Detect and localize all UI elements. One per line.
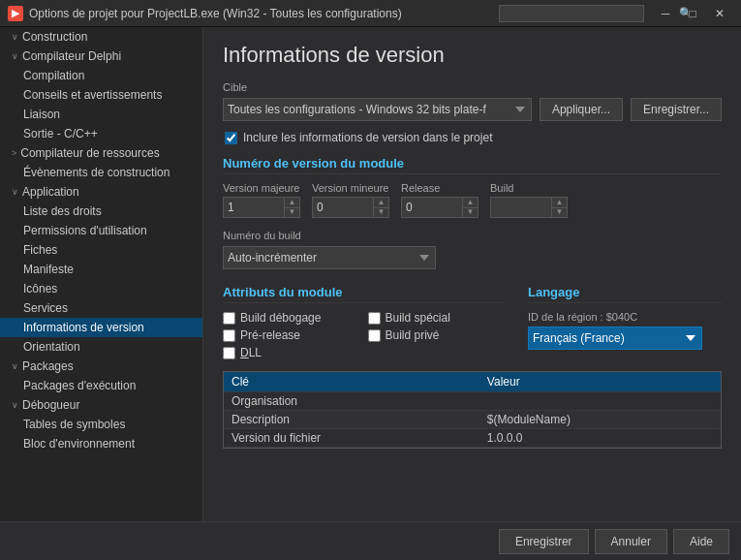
sidebar-item-liaison[interactable]: Liaison	[0, 105, 202, 124]
sidebar-item-debogueur[interactable]: ∨Débogueur	[0, 395, 202, 415]
attributs-checkboxes: Build débogageBuild spécialPré-releaseBu…	[223, 311, 505, 342]
aide-button[interactable]: Aide	[673, 529, 729, 554]
appliquer-button[interactable]: Appliquer...	[540, 98, 623, 121]
version-field-mineure: Version mineure▲▼	[312, 182, 389, 218]
table-row[interactable]: Organisation	[224, 392, 721, 411]
sidebar-item-services[interactable]: Services	[0, 298, 202, 318]
sidebar-item-compilateur-delphi[interactable]: ∨Compilateur Delphi	[0, 47, 202, 66]
sidebar-item-tables-symboles[interactable]: Tables de symboles	[0, 415, 202, 434]
spin-up-majeure[interactable]: ▲	[285, 198, 299, 208]
arrow-icon-debogueur: ∨	[12, 400, 18, 410]
arrow-icon-application: ∨	[12, 187, 18, 197]
version-input-majeure[interactable]	[224, 198, 284, 217]
sidebar-label-informations-version: Informations de version	[23, 321, 144, 334]
version-field-build: Build▲▼	[490, 182, 568, 218]
table-row[interactable]: Version du fichier1.0.0.0	[224, 429, 721, 448]
sidebar-label-tables-symboles: Tables de symboles	[23, 418, 125, 431]
dll-row: DLL	[223, 346, 505, 359]
close-button[interactable]: ✕	[706, 0, 733, 27]
version-input-build[interactable]	[491, 198, 551, 217]
sidebar-label-compilation: Compilation	[23, 69, 84, 82]
app-icon: ▶	[8, 6, 23, 21]
content-area: Informations de version Cible Toutes les…	[203, 27, 741, 521]
sidebar-label-sortie: Sortie - C/C++	[23, 127, 98, 140]
arrow-icon-construction: ∨	[12, 32, 18, 42]
attr-checkbox-prerelease[interactable]	[223, 329, 235, 342]
spin-up-build[interactable]: ▲	[552, 198, 567, 208]
sidebar-label-packages: Packages	[22, 359, 74, 373]
table-cell-key: Organisation	[224, 392, 479, 411]
table-row[interactable]: Description$(ModuleName)	[224, 411, 721, 429]
spin-down-majeure[interactable]: ▼	[285, 208, 299, 218]
sidebar-label-icones: Icônes	[23, 282, 57, 296]
sidebar: ∨Construction∨Compilateur DelphiCompilat…	[0, 27, 203, 521]
sidebar-item-bloc-environnement[interactable]: Bloc d'environnement	[0, 434, 202, 453]
version-label-build: Build	[490, 182, 568, 194]
attr-item-special: Build spécial	[368, 311, 506, 325]
spin-down-build[interactable]: ▼	[552, 208, 567, 218]
sidebar-item-compilateur-ressources[interactable]: >Compilateur de ressources	[0, 143, 202, 163]
spin-down-release[interactable]: ▼	[463, 208, 478, 218]
table-cell-key: Version du fichier	[224, 429, 479, 448]
attr-checkbox-special[interactable]	[368, 312, 381, 325]
version-input-release[interactable]	[402, 198, 462, 217]
enregistrer-cible-button[interactable]: Enregistrer...	[631, 98, 722, 121]
version-table-wrapper: Clé Valeur OrganisationDescription$(Modu…	[223, 371, 722, 449]
sidebar-label-packages-execution: Packages d'exécution	[23, 379, 136, 392]
version-input-mineure[interactable]	[313, 198, 373, 217]
spin-input-majeure: ▲▼	[223, 197, 300, 218]
annuler-button[interactable]: Annuler	[595, 529, 667, 554]
attr-checkbox-prive[interactable]	[368, 329, 381, 342]
sidebar-item-icones[interactable]: Icônes	[0, 279, 202, 298]
sidebar-item-conseils[interactable]: Conseils et avertissements	[0, 85, 202, 105]
sidebar-item-evenements[interactable]: Évènements de construction	[0, 163, 202, 182]
bottom-bar: Enregistrer Annuler Aide	[0, 521, 741, 560]
attr-label-special: Build spécial	[386, 311, 450, 325]
col-key: Clé	[224, 372, 479, 392]
checkbox-include-label: Inclure les informations de version dans…	[243, 131, 492, 144]
version-field-release: Release▲▼	[401, 182, 479, 218]
sidebar-item-packages[interactable]: ∨Packages	[0, 357, 202, 376]
spin-input-release: ▲▼	[401, 197, 479, 218]
version-table: Clé Valeur OrganisationDescription$(Modu…	[224, 372, 721, 448]
section-version-header: Numéro de version du module	[223, 156, 722, 174]
sidebar-label-evenements: Évènements de construction	[23, 166, 170, 179]
attr-checkbox-debogage[interactable]	[223, 312, 235, 325]
sidebar-item-fiches[interactable]: Fiches	[0, 240, 202, 260]
sidebar-item-packages-execution[interactable]: Packages d'exécution	[0, 376, 202, 395]
arrow-icon-compilateur-ressources: >	[12, 148, 16, 158]
sidebar-item-liste-droits[interactable]: Liste des droits	[0, 202, 202, 221]
sidebar-label-permissions: Permissions d'utilisation	[23, 224, 147, 237]
titlebar-title: Options de projet pour ProjectLB.exe (Wi…	[29, 7, 499, 20]
search-icon: 🔍	[679, 7, 693, 19]
sidebar-item-permissions[interactable]: Permissions d'utilisation	[0, 221, 202, 240]
sidebar-item-compilation[interactable]: Compilation	[0, 66, 202, 85]
sidebar-item-construction[interactable]: ∨Construction	[0, 27, 202, 47]
sidebar-label-compilateur-delphi: Compilateur Delphi	[22, 49, 121, 63]
sidebar-item-informations-version[interactable]: Informations de version	[0, 318, 202, 337]
sidebar-item-manifeste[interactable]: Manifeste	[0, 260, 202, 279]
attr-label-prive: Build privé	[386, 328, 440, 342]
dll-checkbox[interactable]	[223, 347, 235, 359]
sidebar-item-application[interactable]: ∨Application	[0, 182, 202, 202]
enregistrer-button[interactable]: Enregistrer	[499, 529, 589, 554]
build-label: Numéro du build	[223, 230, 722, 241]
page-title: Informations de version	[223, 43, 722, 68]
arrow-icon-packages: ∨	[12, 361, 18, 371]
lang-select[interactable]: Français (France)	[528, 327, 702, 350]
attr-item-prerelease: Pré-release	[223, 328, 360, 342]
cible-select[interactable]: Toutes les configurations - Windows 32 b…	[223, 98, 532, 121]
minimize-button[interactable]: ─	[652, 0, 679, 27]
sidebar-item-orientation[interactable]: Orientation	[0, 337, 202, 357]
spin-up-mineure[interactable]: ▲	[374, 198, 388, 208]
attributs-header: Attributs du module	[223, 285, 505, 303]
table-cell-key: Description	[224, 411, 479, 429]
lang-id: ID de la région : $040C	[528, 311, 722, 323]
build-number-section: Numéro du build Auto-incrémenter	[223, 230, 722, 269]
sidebar-item-sortie[interactable]: Sortie - C/C++	[0, 124, 202, 143]
build-select[interactable]: Auto-incrémenter	[223, 246, 436, 269]
checkbox-include[interactable]	[225, 132, 237, 144]
titlebar-search-input[interactable]	[499, 5, 644, 22]
spin-down-mineure[interactable]: ▼	[374, 208, 388, 218]
spin-up-release[interactable]: ▲	[463, 198, 478, 208]
